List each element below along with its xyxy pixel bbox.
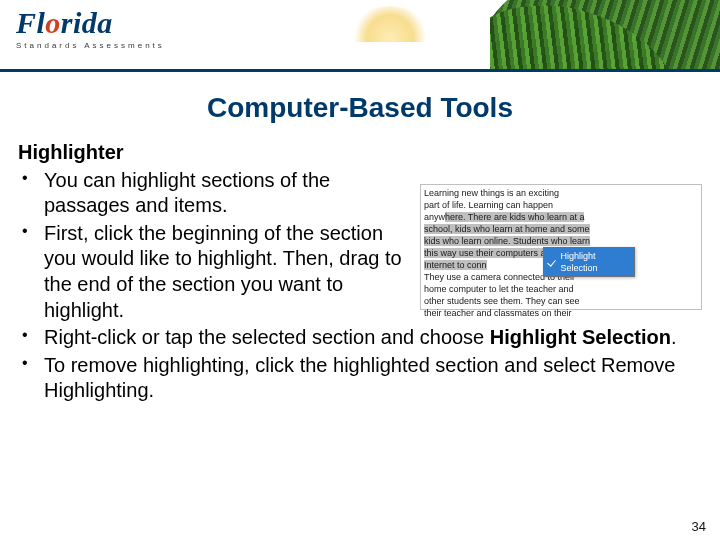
- slide: Florida Standards Assessments Computer-B…: [0, 0, 720, 540]
- bullet-item: First, click the beginning of the sectio…: [18, 221, 702, 323]
- bullet-text: To remove highlighting, click the highli…: [44, 354, 675, 402]
- bullet-text: Right-click or tap the selected section …: [44, 326, 490, 348]
- logo-text-post: rida: [61, 6, 113, 39]
- page-number: 34: [692, 519, 706, 534]
- logo-sub: Standards Assessments: [16, 41, 165, 50]
- page-title: Computer-Based Tools: [0, 92, 720, 124]
- bullet-text-bold: Highlight Selection: [490, 326, 671, 348]
- body: Learning new things is an exciting part …: [0, 124, 720, 406]
- bullet-item: To remove highlighting, click the highli…: [18, 353, 702, 404]
- bullet-list: You can highlight sections of the passag…: [18, 168, 702, 404]
- logo-text-pre: Fl: [16, 6, 45, 39]
- logo-text-accent: o: [45, 6, 61, 39]
- bullet-item: You can highlight sections of the passag…: [18, 168, 702, 219]
- header: Florida Standards Assessments: [0, 0, 720, 72]
- logo: Florida Standards Assessments: [16, 8, 165, 50]
- bullet-text: First, click the beginning of the sectio…: [44, 222, 402, 321]
- bullet-text: .: [671, 326, 677, 348]
- palm-graphic: [490, 0, 720, 72]
- section-heading: Highlighter: [18, 140, 702, 166]
- bullet-item: Right-click or tap the selected section …: [18, 325, 702, 351]
- logo-main: Florida: [16, 8, 165, 38]
- bullet-text: You can highlight sections of the passag…: [44, 169, 330, 217]
- sun-graphic: [350, 6, 430, 42]
